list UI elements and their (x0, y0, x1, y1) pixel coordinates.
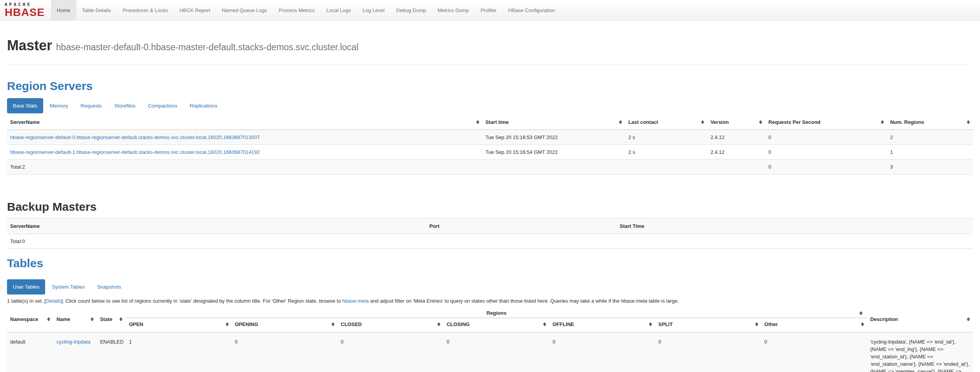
cell-offline-count[interactable]: 0 (549, 332, 655, 372)
column-header-servername[interactable]: ServerName (7, 116, 482, 130)
nav-item-hbck-report[interactable]: HBCK Report (174, 0, 216, 20)
details-link[interactable]: Details (46, 298, 61, 304)
sort-icon (859, 311, 863, 315)
cell-num-regions: 2 (887, 130, 973, 145)
tab-user-tables[interactable]: User Tables (7, 279, 45, 294)
cell-split-count[interactable]: 0 (655, 332, 761, 372)
tables-note: 1 table(s) in set. [Details]. Click coun… (7, 298, 973, 305)
cell-other-count[interactable]: 0 (761, 332, 867, 372)
region-servers-table: ServerName Start time Last contact Versi… (7, 116, 973, 175)
tables-tabs: User Tables System Tables Snapshots (7, 279, 973, 294)
total-label: Total:2 (7, 160, 482, 175)
column-header-requests-per-second[interactable]: Requests Per Second (765, 116, 887, 130)
navbar-menu: Home Table Details Procedures & Locks HB… (51, 0, 561, 20)
user-tables-table: Namespace Name State Regions Descrip (7, 308, 973, 372)
column-header-port: Port (426, 219, 617, 234)
nav-item-procedures-locks[interactable]: Procedures & Locks (117, 0, 174, 20)
top-navbar: APACHE HBASE Home Table Details Procedur… (0, 0, 980, 21)
column-header-name[interactable]: Name (53, 308, 97, 332)
cell-closed-count[interactable]: 0 (338, 332, 444, 372)
region-servers-heading[interactable]: Region Servers (7, 79, 973, 93)
nav-item-home[interactable]: Home (51, 0, 76, 20)
cell-version: 2.4.12 (707, 130, 765, 145)
nav-item-profiler[interactable]: Profiler (475, 0, 502, 20)
sort-icon (701, 120, 704, 124)
nav-item-debug-dump[interactable]: Debug Dump (390, 0, 432, 20)
sort-icon (881, 120, 884, 124)
column-header-split[interactable]: SPLIT (655, 318, 761, 332)
hbase-logo[interactable]: APACHE HBASE (0, 0, 51, 20)
tab-memory[interactable]: Memory (44, 98, 74, 113)
column-header-open[interactable]: OPEN (126, 318, 231, 332)
table-row: default cycling-tripdata ENABLED 1 0 0 0… (7, 332, 973, 372)
master-hostname: hbase-master-default-0.hbase-master-defa… (56, 42, 358, 52)
backup-masters-header-row: ServerName Port Start Time (7, 219, 973, 234)
backup-masters-heading: Backup Masters (7, 199, 973, 214)
total-label: Total:0 (7, 234, 426, 249)
nav-item-table-details[interactable]: Table Details (76, 0, 117, 20)
cell-state: ENABLED (97, 332, 126, 372)
region-servers-tabs: Base Stats Memory Requests Storefiles Co… (7, 98, 973, 113)
total-row: Total:0 (7, 234, 973, 249)
table-name-link[interactable]: cycling-tripdata (56, 339, 90, 345)
nav-item-metrics-dump[interactable]: Metrics Dump (432, 0, 475, 20)
sort-icon (967, 317, 970, 321)
header-divider (7, 64, 973, 65)
cell-version: 2.4.12 (707, 145, 765, 160)
nav-item-named-queue-logs[interactable]: Named Queue Logs (216, 0, 273, 20)
column-header-regions-group[interactable]: Regions (126, 308, 867, 318)
sort-icon (226, 323, 229, 326)
cell-open-count[interactable]: 1 (126, 332, 231, 372)
column-header-last-contact[interactable]: Last contact (625, 116, 707, 130)
column-header-start-time[interactable]: Start time (482, 116, 625, 130)
cell-requests-per-second: 0 (765, 145, 887, 160)
cell-namespace: default (7, 332, 53, 372)
column-header-other[interactable]: Other (761, 318, 867, 332)
sort-icon (119, 317, 123, 321)
column-header-offline[interactable]: OFFLINE (549, 318, 655, 332)
column-header-closed[interactable]: CLOSED (338, 318, 444, 332)
hbase-meta-italic: hbase:meta (621, 298, 647, 304)
column-header-namespace[interactable]: Namespace (7, 308, 53, 332)
cell-description: 'cycling-tripdata', {NAME => 'end_lat'},… (867, 332, 973, 372)
nav-item-hbase-configuration[interactable]: HBase Configuration (502, 0, 561, 20)
nav-item-process-metrics[interactable]: Process Metrics (273, 0, 321, 20)
column-header-num-regions[interactable]: Num. Regions (887, 116, 973, 130)
column-header-servername: ServerName (7, 219, 426, 234)
cell-opening-count[interactable]: 0 (232, 332, 338, 372)
tab-snapshots[interactable]: Snapshots (91, 279, 127, 294)
page-title: Master hbase-master-default-0.hbase-mast… (7, 39, 973, 54)
tab-compactions[interactable]: Compactions (142, 98, 183, 113)
total-num-regions: 3 (887, 160, 973, 175)
column-header-opening[interactable]: OPENING (232, 318, 338, 332)
backup-masters-table: ServerName Port Start Time Total:0 (7, 218, 973, 249)
cell-closing-count[interactable]: 0 (444, 332, 549, 372)
column-header-state[interactable]: State (97, 308, 126, 332)
cell-requests-per-second: 0 (765, 130, 887, 145)
regionserver-link[interactable]: hbase-regionserver-default-1.hbase-regio… (10, 149, 260, 155)
sort-icon (967, 120, 970, 124)
sort-icon (476, 120, 479, 124)
sort-icon (47, 317, 50, 321)
sort-icon (755, 323, 758, 326)
total-row: Total:2 0 3 (7, 160, 973, 175)
hbase-meta-link[interactable]: hbase:meta (342, 298, 369, 304)
regionserver-link[interactable]: hbase-regionserver-default-0.hbase-regio… (10, 134, 260, 140)
tab-storefiles[interactable]: Storefiles (109, 98, 141, 113)
sort-icon (331, 323, 335, 326)
tables-heading[interactable]: Tables (7, 256, 973, 271)
nav-item-log-level[interactable]: Log Level (357, 0, 390, 20)
tab-system-tables[interactable]: System Tables (46, 279, 90, 294)
total-requests-per-second: 0 (765, 160, 887, 175)
column-header-version[interactable]: Version (707, 116, 765, 130)
master-title: Master (7, 37, 52, 53)
sort-icon (759, 120, 762, 124)
column-header-closing[interactable]: CLOSING (444, 318, 549, 332)
tab-base-stats[interactable]: Base Stats (7, 98, 43, 113)
tab-requests[interactable]: Requests (75, 98, 108, 113)
tab-replications[interactable]: Replications (184, 98, 223, 113)
column-header-description[interactable]: Description (867, 308, 973, 332)
sort-icon (619, 120, 622, 124)
nav-item-local-logs[interactable]: Local Logs (321, 0, 357, 20)
sort-icon (649, 323, 652, 326)
